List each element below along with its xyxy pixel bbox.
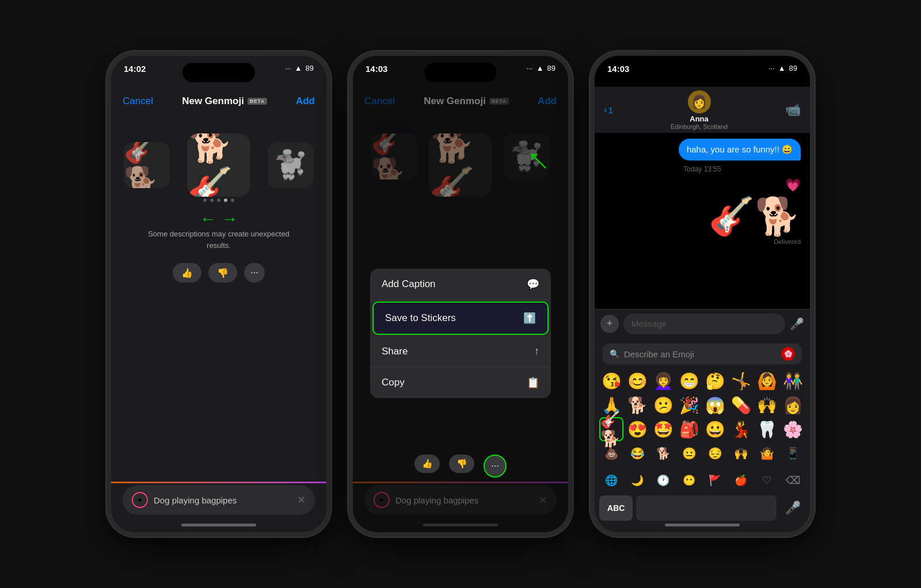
thumbs-up-btn-2[interactable]: 👍 [414, 455, 440, 473]
emoji-4-2[interactable]: 😂 [625, 441, 649, 465]
message-input-3[interactable]: Message [623, 314, 785, 334]
abc-btn[interactable]: ABC [599, 495, 633, 521]
emoji-search-text-3: Describe an Emoji [624, 349, 777, 359]
emoji-3-2[interactable]: 😍 [625, 417, 649, 441]
timestamp-1: Today 13:55 [604, 165, 801, 173]
dots-icon-1: ··· [285, 64, 291, 72]
search-text-1: Dog playing bagpipes [154, 495, 291, 505]
emoji-area-1: 🎸🐕 🐕🎸 🐩 [111, 122, 326, 208]
menu-save-stickers[interactable]: Save to Stickers ⬆️ [372, 301, 549, 335]
wifi-icon-2: ▲ [536, 64, 544, 72]
save-stickers-label: Save to Stickers [385, 312, 456, 324]
mic-icon-3[interactable]: 🎤 [790, 317, 804, 331]
emoji-keyboard-3: 🔍 Describe an Emoji 🌸 😘 😊 👩‍🦱 😁 🤔 🤸 🙆 👫 … [595, 338, 810, 532]
dynamic-island-1 [182, 63, 255, 82]
emoji-3-1-outlined[interactable]: 🎸🐕 [599, 417, 623, 441]
chat-area-3: haha, you are so funny!! 😄 Today 13:55 💗… [595, 133, 810, 314]
thumbs-down-btn-2[interactable]: 👎 [449, 455, 474, 473]
emoji-4-7[interactable]: 🤷 [755, 441, 779, 465]
emoji-3-3[interactable]: 🤩 [651, 417, 675, 441]
kb-moon-icon[interactable]: 🌙 [625, 470, 649, 491]
arrow-left-icon: ← [200, 210, 216, 228]
kb-flag-icon[interactable]: 🚩 [703, 470, 727, 491]
add-caption-label: Add Caption [382, 278, 436, 290]
nav-bar-1: Cancel New Genmoji BETA Add [111, 87, 326, 116]
emoji-2-4[interactable]: 🎉 [677, 393, 701, 417]
cancel-btn-1[interactable]: Cancel [123, 96, 153, 107]
keyboard-icons-row: 🌐 🌙 🕐 😶 🚩 🍎 ♡ ⌫ [595, 468, 810, 493]
video-call-icon-3[interactable]: 📹 [785, 102, 801, 117]
kb-globe-icon[interactable]: 🌐 [599, 470, 623, 491]
action-row-2: 👍 👎 ··· [353, 455, 568, 478]
search-bar-1[interactable]: ✦ Dog playing bagpipes ✕ [123, 485, 315, 515]
emoji-right-1: 🐩 [268, 142, 314, 188]
sticker-emoji-1: 🎸🐕 [709, 195, 801, 238]
emoji-1-2[interactable]: 😊 [625, 369, 649, 393]
dots-icon-2: ··· [527, 64, 533, 72]
emoji-3-4[interactable]: 🎒 [677, 417, 701, 441]
emoji-4-5[interactable]: 😔 [703, 441, 727, 465]
emoji-1-7[interactable]: 🙆 [755, 369, 779, 393]
emoji-4-4[interactable]: 😐 [677, 441, 701, 465]
copy-icon: 📋 [527, 376, 539, 389]
add-btn-1[interactable]: Add [296, 96, 315, 107]
status-icons-2: ··· ▲ 89 [527, 64, 555, 72]
kb-clock-icon[interactable]: 🕐 [651, 470, 675, 491]
emoji-2-5[interactable]: 😱 [703, 393, 727, 417]
menu-share[interactable]: Share ↑ [370, 336, 551, 367]
contact-location-3: Edinburgh, Scotland [671, 123, 728, 130]
thumbs-up-btn-1[interactable]: 👍 [173, 263, 201, 282]
arrow-right-icon: → [222, 210, 238, 228]
kb-apple-icon[interactable]: 🍎 [729, 470, 753, 491]
menu-add-caption[interactable]: Add Caption 💬 [370, 269, 551, 300]
delivered-text-1: Delivered [774, 238, 801, 245]
emoji-search-bar-3[interactable]: 🔍 Describe an Emoji 🌸 [603, 343, 802, 364]
emoji-1-5[interactable]: 🤔 [703, 369, 727, 393]
action-buttons-1: 👍 👎 ··· [111, 263, 326, 282]
share-label: Share [382, 346, 408, 357]
dynamic-island-3 [666, 63, 739, 82]
emoji-4-3[interactable]: 🐕 [651, 441, 675, 465]
status-time-1: 14:02 [124, 64, 146, 74]
keyboard-mic-icon[interactable]: 🎤 [780, 495, 805, 521]
emoji-2-3[interactable]: 😕 [651, 393, 675, 417]
emoji-1-6[interactable]: 🤸 [729, 369, 753, 393]
back-btn-3[interactable]: ‹ 1 [604, 104, 613, 116]
emoji-3-8[interactable]: 🌸 [781, 417, 805, 441]
beta-badge-1: BETA [248, 98, 267, 105]
emoji-3-6[interactable]: 💃 [729, 417, 753, 441]
emoji-1-1[interactable]: 😘 [599, 369, 623, 393]
phone-3: 14:03 ··· ▲ 89 ‹ 1 👩 Anna Edinburgh, Sco… [590, 51, 815, 537]
emoji-4-6[interactable]: 🙌 [729, 441, 753, 465]
kb-heart-icon[interactable]: ♡ [755, 470, 779, 491]
emoji-4-1[interactable]: 💩 [599, 441, 623, 465]
emoji-4-8[interactable]: 📱 [781, 441, 805, 465]
wifi-icon-3: ▲ [778, 64, 786, 72]
emoji-row-1: 😘 😊 👩‍🦱 😁 🤔 🤸 🙆 👫 [595, 369, 810, 393]
kb-delete-icon[interactable]: ⌫ [781, 470, 805, 491]
dot-5 [231, 198, 234, 202]
thumbs-down-btn-1[interactable]: 👎 [208, 263, 237, 282]
contact-info-3[interactable]: 👩 Anna Edinburgh, Scotland [613, 90, 785, 130]
phone2-screen: 14:03 ··· ▲ 89 Cancel New Genmoji BETA A… [353, 56, 568, 532]
more-btn-2[interactable]: ··· [484, 455, 507, 478]
emoji-2-7[interactable]: 🙌 [755, 393, 779, 417]
home-indicator-3 [665, 524, 740, 526]
menu-copy[interactable]: Copy 📋 [370, 367, 551, 398]
plus-btn-3[interactable]: + [600, 315, 619, 333]
title-text-1: New Genmoji [182, 96, 244, 107]
emoji-2-8[interactable]: 👩 [781, 393, 805, 417]
more-btn-1[interactable]: ··· [244, 263, 265, 282]
emoji-3-7[interactable]: 🦷 [755, 417, 779, 441]
status-icons-1: ··· ▲ 89 [285, 64, 314, 72]
spacebar-btn[interactable] [636, 495, 777, 521]
emoji-2-6[interactable]: 💊 [729, 393, 753, 417]
emoji-2-2[interactable]: 🐕 [625, 393, 649, 417]
emoji-3-5[interactable]: 😀 [703, 417, 727, 441]
copy-label: Copy [382, 377, 405, 388]
kb-smile-icon[interactable]: 😶 [677, 470, 701, 491]
emoji-1-3[interactable]: 👩‍🦱 [651, 369, 675, 393]
emoji-1-8[interactable]: 👫 [781, 369, 805, 393]
search-clear-1[interactable]: ✕ [297, 494, 306, 506]
emoji-1-4[interactable]: 😁 [677, 369, 701, 393]
